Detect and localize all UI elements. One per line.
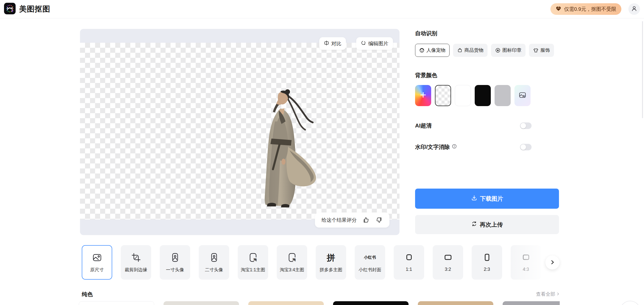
download-icon (471, 195, 477, 203)
preset-label: 4:3 (523, 267, 529, 272)
size-preset-11[interactable]: 2:3 (472, 245, 502, 280)
auto-detect-option-4[interactable]: 服饰 (529, 44, 554, 57)
meitu-cutout-app: 美图抠图 仅需0.9元，抠图不受限 (0, 0, 644, 305)
compare-button[interactable]: 对比 (319, 37, 346, 50)
view-all-link[interactable]: 查看全部 (536, 291, 560, 297)
preset-label: 一寸头像 (166, 267, 184, 273)
stamp-icon (495, 48, 501, 53)
toggle-knob (520, 123, 526, 128)
taobao-preset-icon: 淘 (248, 252, 258, 263)
plus-icon: + (420, 90, 426, 100)
header-right: 仅需0.9元，抠图不受限 (550, 3, 640, 15)
preset-label: 小红书封面 (359, 267, 381, 273)
bg-swatch-ai[interactable]: AI (514, 85, 531, 106)
size-preset-10[interactable]: 3:2 (433, 245, 463, 280)
transparent-background (80, 43, 399, 220)
background-color-title: 背景颜色 (415, 72, 437, 79)
floating-helper-button[interactable] (620, 301, 640, 305)
edit-image-button[interactable]: 编辑图片 (356, 37, 393, 50)
cutout-subject-image (257, 86, 323, 216)
image-preset-icon (92, 252, 102, 263)
preset-label: 2:3 (484, 267, 490, 272)
bg-swatch-custom[interactable]: + (415, 85, 431, 106)
promo-text: 仅需0.9元，抠图不受限 (564, 6, 616, 13)
user-avatar-button[interactable] (628, 3, 640, 15)
size-preset-1[interactable]: 原尺寸 (82, 245, 112, 280)
ratio43-preset-icon (521, 252, 531, 263)
solid-color-6[interactable] (503, 301, 560, 305)
svg-text:AI: AI (522, 95, 525, 98)
face-icon (419, 48, 425, 53)
auto-detect-option-3[interactable]: 图标印章 (491, 44, 526, 57)
chip-label: 服饰 (540, 47, 550, 54)
solid-color-swatches (79, 301, 560, 305)
chip-label: 人像宠物 (426, 47, 446, 54)
app-logo[interactable]: 美图抠图 (4, 3, 50, 15)
size-preset-row: 原尺寸裁剪到边缘一寸头像二寸头像淘淘宝1:1主图淘淘宝3:4主图拼拼多多主图小红… (82, 245, 541, 280)
meitu-logo-icon (4, 3, 16, 15)
ai-hd-row: AI超清 (415, 122, 532, 129)
bg-swatch-transparent[interactable] (435, 85, 451, 106)
download-image-button[interactable]: 下载图片 (415, 189, 559, 209)
preset-label: 淘宝1:1主图 (241, 267, 265, 273)
portrait-preset-icon (170, 252, 180, 263)
auto-detect-title: 自动识别 (415, 30, 437, 37)
bg-swatch-gray[interactable] (495, 85, 511, 106)
page-scrollbar[interactable] (642, 21, 643, 118)
ai-hd-toggle[interactable] (520, 122, 532, 129)
size-preset-5[interactable]: 淘淘宝1:1主图 (238, 245, 268, 280)
thumbs-up-button[interactable] (362, 216, 370, 224)
chevron-right-icon (550, 260, 555, 266)
ai-edit-icon (361, 40, 366, 47)
ai-hd-label: AI超清 (415, 122, 432, 129)
size-preset-12[interactable]: 4:3 (511, 245, 541, 280)
size-preset-8[interactable]: 小红书小红书封面 (355, 245, 385, 280)
carousel-next-button[interactable] (545, 255, 559, 270)
rating-bar: 给这个结果评分 (315, 212, 389, 228)
crop-preset-icon (131, 252, 141, 263)
size-preset-2[interactable]: 裁剪到边缘 (121, 245, 151, 280)
solid-color-title: 纯色 (82, 291, 93, 298)
watermark-removal-row: 水印/文字消除 (415, 143, 532, 151)
solid-color-3[interactable] (248, 301, 324, 305)
size-preset-7[interactable]: 拼拼多多主图 (316, 245, 346, 280)
top-bar: 美图抠图 仅需0.9元，抠图不受限 (0, 0, 644, 18)
shirt-icon (533, 48, 539, 53)
auto-detect-option-2[interactable]: 商品货物 (453, 44, 488, 57)
chevron-right-small-icon (556, 291, 560, 297)
taobao-preset-icon: 淘 (287, 252, 297, 263)
auto-detect-options: 人像宠物商品货物图标印章服饰 (415, 44, 554, 57)
app-title: 美图抠图 (19, 4, 50, 14)
preset-label: 1:1 (406, 267, 412, 272)
solid-color-2[interactable] (164, 301, 239, 305)
size-preset-4[interactable]: 二寸头像 (199, 245, 229, 280)
bg-swatch-white[interactable] (455, 85, 471, 106)
info-icon[interactable] (452, 144, 457, 150)
solid-color-5[interactable] (418, 301, 493, 305)
preset-label: 淘宝3:4主图 (280, 267, 304, 273)
refresh-icon (471, 221, 477, 228)
size-preset-9[interactable]: 1:1 (394, 245, 424, 280)
preset-label: 拼多多主图 (320, 267, 342, 273)
text-preset-icon: 小红书 (364, 252, 376, 263)
watermark-removal-label: 水印/文字消除 (415, 143, 450, 151)
ratio23-preset-icon (482, 252, 492, 263)
thumbs-down-button[interactable] (375, 216, 383, 224)
solid-color-4[interactable] (333, 301, 409, 305)
portrait-preset-icon (209, 252, 219, 263)
compare-icon (324, 40, 329, 47)
bag-icon (457, 48, 463, 53)
rating-prompt: 给这个结果评分 (321, 217, 357, 224)
bg-swatch-black[interactable] (475, 85, 491, 106)
size-preset-3[interactable]: 一寸头像 (160, 245, 190, 280)
solid-color-1[interactable] (79, 301, 154, 305)
auto-detect-option-1[interactable]: 人像宠物 (415, 44, 450, 57)
preset-label: 原尺寸 (90, 267, 104, 273)
size-preset-6[interactable]: 淘淘宝3:4主图 (277, 245, 307, 280)
reupload-button[interactable]: 再次上传 (415, 215, 559, 234)
preset-label: 裁剪到边缘 (125, 267, 147, 273)
preset-label: 3:2 (445, 267, 451, 272)
background-swatches: +AI (415, 85, 531, 106)
watermark-removal-toggle[interactable] (520, 144, 532, 150)
promo-badge[interactable]: 仅需0.9元，抠图不受限 (550, 3, 621, 15)
